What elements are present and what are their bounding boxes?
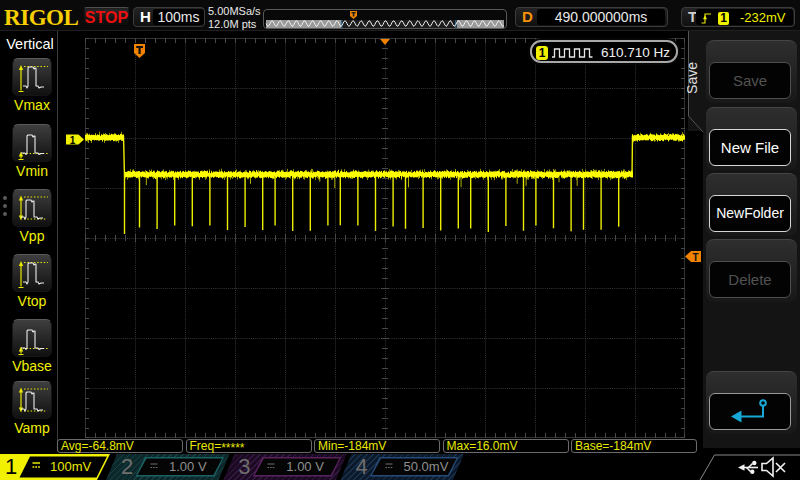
svg-text:1: 1 <box>70 135 76 146</box>
svg-text:T: T <box>692 252 698 263</box>
svg-text:Save: Save <box>687 62 700 94</box>
